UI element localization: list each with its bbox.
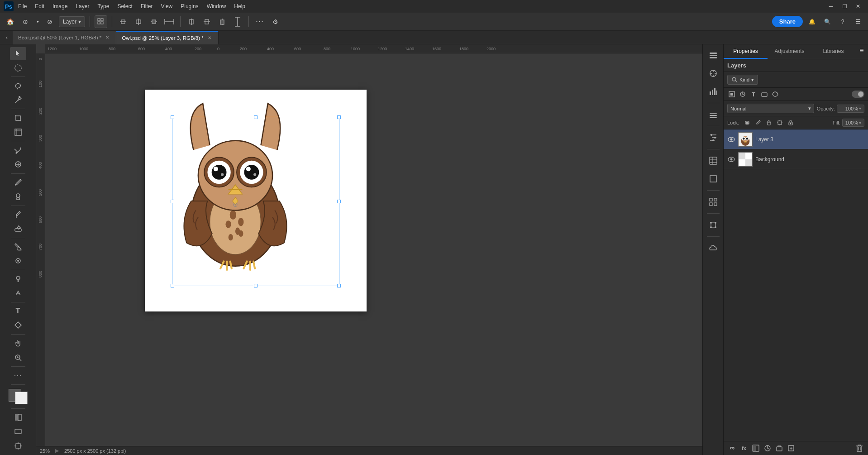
eyedropper-tool[interactable] xyxy=(10,144,26,157)
layer-item-layer3[interactable]: Layer 3 xyxy=(724,129,868,149)
link-layers-button[interactable] xyxy=(727,443,737,453)
help-button[interactable]: ? xyxy=(836,15,849,28)
new-layer-button[interactable] xyxy=(786,443,796,453)
lasso-tool[interactable] xyxy=(10,79,26,92)
layers-toggle[interactable] xyxy=(705,47,721,63)
selection-handle-br[interactable] xyxy=(337,284,341,287)
panels-button[interactable]: ☰ xyxy=(852,15,864,28)
lock-brush-icon[interactable] xyxy=(754,118,763,127)
selection-handle-bl[interactable] xyxy=(171,284,174,287)
brush-tool[interactable] xyxy=(10,176,26,189)
layer-item-background[interactable]: Background xyxy=(724,149,868,169)
menu-layer[interactable]: Layer xyxy=(72,2,93,11)
properties-tab[interactable]: Properties xyxy=(724,44,768,59)
mode-dropdown[interactable]: Layer ▾ xyxy=(59,16,85,27)
healing-tool[interactable] xyxy=(10,158,26,171)
quick-mask-button[interactable] xyxy=(10,411,26,424)
selection-handle-mr[interactable] xyxy=(337,200,341,203)
close-button[interactable]: ✕ xyxy=(852,0,864,13)
search-button[interactable]: 🔍 xyxy=(821,15,834,28)
cloud-icon[interactable] xyxy=(705,240,721,256)
filter-shape-icon[interactable] xyxy=(760,90,769,99)
minimize-button[interactable]: ─ xyxy=(825,0,837,13)
screen-mode-button[interactable] xyxy=(10,425,26,438)
align-bottom[interactable] xyxy=(216,15,229,28)
adjustments-icon[interactable] xyxy=(705,129,721,146)
tab-owl-close[interactable]: ✕ xyxy=(206,35,213,41)
menu-select[interactable]: Select xyxy=(114,2,136,11)
more-options[interactable]: ··· xyxy=(253,15,266,28)
canvas-viewport[interactable] xyxy=(45,53,702,455)
align-middle-v[interactable] xyxy=(200,15,213,28)
menu-edit[interactable]: Edit xyxy=(31,2,48,11)
share-button[interactable]: Share xyxy=(772,16,803,27)
marquee-tool[interactable] xyxy=(10,61,26,74)
crop-tool[interactable] xyxy=(10,111,26,125)
libraries-tab[interactable]: Libraries xyxy=(811,44,855,59)
clone-stamp-tool[interactable] xyxy=(10,190,26,203)
align-stretch[interactable] xyxy=(163,15,176,28)
notifications-button[interactable]: 🔔 xyxy=(806,15,818,28)
histogram-toggle[interactable] xyxy=(705,83,721,100)
align-center-h[interactable] xyxy=(132,15,145,28)
grid-button[interactable] xyxy=(95,15,107,28)
maximize-button[interactable]: ☐ xyxy=(838,0,851,13)
adjustment-button[interactable] xyxy=(763,443,773,453)
collapse-tabs-button[interactable]: ‹ xyxy=(3,31,11,44)
align-right[interactable] xyxy=(148,15,160,28)
tab-bear-close[interactable]: ✕ xyxy=(104,34,110,41)
menu-filter[interactable]: Filter xyxy=(137,2,157,11)
lock-pixels-icon[interactable] xyxy=(743,118,752,127)
align-top[interactable] xyxy=(185,15,198,28)
filter-smart-icon[interactable] xyxy=(771,90,780,99)
square-icon[interactable] xyxy=(705,171,721,187)
extra-options[interactable]: ⊘ xyxy=(43,15,56,28)
lock-position-icon[interactable] xyxy=(764,118,773,127)
navigator-toggle[interactable] xyxy=(705,65,721,81)
menu-plugins[interactable]: Plugins xyxy=(177,2,202,11)
zoom-tool[interactable] xyxy=(10,351,26,364)
adjustments-tab[interactable]: Adjustments xyxy=(768,44,811,59)
extra-tools[interactable]: ··· xyxy=(10,369,26,382)
lock-artboard-icon[interactable] xyxy=(775,118,784,127)
menu-window[interactable]: Window xyxy=(203,2,230,11)
table-icon[interactable] xyxy=(705,153,721,169)
align-stretch-v[interactable] xyxy=(231,15,244,28)
hand-tool[interactable] xyxy=(10,337,26,350)
menu-help[interactable]: Help xyxy=(230,2,249,11)
paint-bucket-tool[interactable] xyxy=(10,240,26,254)
tab-owl[interactable]: Owl.psd @ 25% (Layer 3, RGB/8) * ✕ xyxy=(116,31,218,44)
selection-handle-bm[interactable] xyxy=(254,284,258,287)
pen-tool[interactable] xyxy=(10,93,26,106)
eraser-tool[interactable] xyxy=(10,222,26,235)
filter-adjustment-icon[interactable] xyxy=(738,90,747,99)
blur-tool[interactable] xyxy=(10,254,26,268)
home-button[interactable]: 🏠 xyxy=(4,15,16,28)
move-tool[interactable] xyxy=(10,47,26,60)
selection-handle-tr[interactable] xyxy=(337,115,341,119)
blend-mode-dropdown[interactable]: Normal ▾ xyxy=(727,104,814,113)
panel-options[interactable]: ≡ xyxy=(855,44,868,57)
menu-file[interactable]: File xyxy=(14,2,30,11)
filter-type-icon[interactable]: T xyxy=(749,90,758,99)
background-visibility[interactable] xyxy=(727,155,735,163)
menu-image[interactable]: Image xyxy=(49,2,71,11)
settings-button[interactable]: ⚙ xyxy=(269,15,281,28)
menu-view[interactable]: View xyxy=(157,2,176,11)
tab-bear[interactable]: Bear.psd @ 50% (Layer 1, RGB/8) * ✕ xyxy=(13,31,116,44)
move-tool-options[interactable]: ⊕ xyxy=(19,15,32,28)
grid-icon[interactable] xyxy=(705,194,721,210)
delete-layer-button[interactable] xyxy=(854,443,864,453)
canvas-area[interactable]: 1200 1000 800 600 400 200 0 200 400 600 … xyxy=(36,44,702,455)
align-left[interactable] xyxy=(117,15,129,28)
layer-group-button[interactable] xyxy=(774,443,784,453)
transform-icon[interactable] xyxy=(705,217,721,233)
fx-button[interactable]: fx xyxy=(739,443,749,453)
frame-tool[interactable] xyxy=(10,125,26,139)
layers-icon[interactable] xyxy=(705,106,721,123)
history-brush-tool[interactable] xyxy=(10,208,26,221)
lock-all-icon[interactable] xyxy=(786,118,795,127)
add-mask-button[interactable] xyxy=(751,443,761,453)
dodge-tool[interactable] xyxy=(10,273,26,286)
move-tool-arrow[interactable]: ▾ xyxy=(34,15,41,28)
